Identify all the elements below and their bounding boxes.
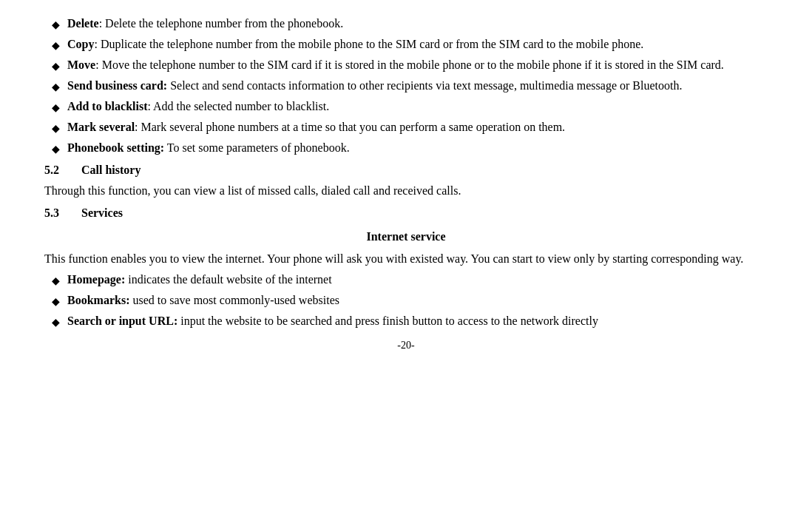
bullet-text: Copy: Duplicate the telephone number fro… — [67, 36, 768, 53]
bullet-text: Delete: Delete the telephone number from… — [67, 15, 768, 33]
list-item: ◆ Mark several: Mark several phone numbe… — [44, 118, 768, 136]
bullet-content: used to save most commonly-used websites — [129, 294, 339, 306]
bullet-label: Phonebook setting: — [67, 141, 164, 154]
bullet-content: To set some parameters of phonebook. — [164, 141, 350, 154]
bullet-icon: ◆ — [52, 58, 60, 74]
bullet-label: Bookmarks: — [67, 294, 129, 306]
bullet-content: : Mark several phone numbers at a time s… — [135, 121, 565, 133]
list-item: ◆ Bookmarks: used to save most commonly-… — [44, 292, 768, 309]
bullet-icon: ◆ — [52, 79, 60, 95]
bullet-content: : Move the telephone number to the SIM c… — [95, 58, 724, 71]
bullet-content: input the website to be searched and pre… — [177, 314, 598, 327]
bullet-icon: ◆ — [52, 141, 60, 157]
list-item: ◆ Move: Move the telephone number to the… — [44, 56, 768, 74]
list-item: ◆ Homepage: indicates the default websit… — [44, 271, 768, 289]
bullet-text: Homepage: indicates the default website … — [67, 271, 768, 289]
bullet-content: Select and send contacts information to … — [167, 79, 682, 92]
bullet-text: Add to blacklist: Add the selected numbe… — [67, 98, 768, 115]
bullet-text: Search or input URL: input the website t… — [67, 312, 768, 330]
bullet-text: Move: Move the telephone number to the S… — [67, 56, 768, 74]
list-item: ◆ Delete: Delete the telephone number fr… — [44, 15, 768, 33]
bullet-icon: ◆ — [52, 100, 60, 115]
bullet-content: : Duplicate the telephone number from th… — [94, 38, 643, 50]
bullet-label: Homepage: — [67, 273, 125, 286]
bullet-content: : Delete the telephone number from the p… — [99, 17, 344, 30]
bullet-label: Mark several — [67, 121, 135, 133]
bullet-label: Send business card: — [67, 79, 167, 92]
section-5-3-heading: 5.3 Services — [44, 204, 768, 222]
list-item: ◆ Phonebook setting: To set some paramet… — [44, 139, 768, 157]
bullet-text: Send business card: Select and send cont… — [67, 77, 768, 95]
bullet-icon: ◆ — [52, 38, 60, 53]
section-5-3-title: Services — [81, 204, 123, 222]
section-5-2-title: Call history — [81, 161, 141, 179]
list-item: ◆ Add to blacklist: Add the selected num… — [44, 98, 768, 115]
bullet-content: : Add the selected number to blacklist. — [147, 100, 329, 112]
list-item: ◆ Copy: Duplicate the telephone number f… — [44, 36, 768, 53]
bullet-label: Delete — [67, 17, 99, 30]
list-item: ◆ Send business card: Select and send co… — [44, 77, 768, 95]
bullet-icon: ◆ — [52, 121, 60, 136]
list-item: ◆ Search or input URL: input the website… — [44, 312, 768, 330]
bullet-icon: ◆ — [52, 273, 60, 289]
section-5-2-number: 5.2 — [44, 161, 67, 179]
bullet-content: indicates the default website of the int… — [125, 273, 331, 286]
section-5-2-paragraph: Through this function, you can view a li… — [44, 182, 768, 200]
bullet-label: Move — [67, 58, 95, 71]
top-bullet-list: ◆ Delete: Delete the telephone number fr… — [44, 15, 768, 157]
bullet-text: Phonebook setting: To set some parameter… — [67, 139, 768, 157]
bullet-label: Search or input URL: — [67, 314, 177, 327]
bullet-text: Mark several: Mark several phone numbers… — [67, 118, 768, 136]
internet-service-heading: Internet service — [44, 228, 768, 246]
bullet-label: Copy — [67, 38, 94, 50]
bullet-text: Bookmarks: used to save most commonly-us… — [67, 292, 768, 309]
section-5-2-heading: 5.2 Call history — [44, 161, 768, 179]
section-5-3-number: 5.3 — [44, 204, 67, 222]
bottom-bullet-list: ◆ Homepage: indicates the default websit… — [44, 271, 768, 330]
bullet-icon: ◆ — [52, 314, 60, 330]
page-number: -20- — [44, 337, 768, 353]
bullet-label: Add to blacklist — [67, 100, 147, 112]
bullet-icon: ◆ — [52, 17, 60, 33]
bullet-icon: ◆ — [52, 294, 60, 309]
internet-service-paragraph: This function enables you to view the in… — [44, 250, 768, 268]
page-container: ◆ Delete: Delete the telephone number fr… — [0, 0, 812, 518]
